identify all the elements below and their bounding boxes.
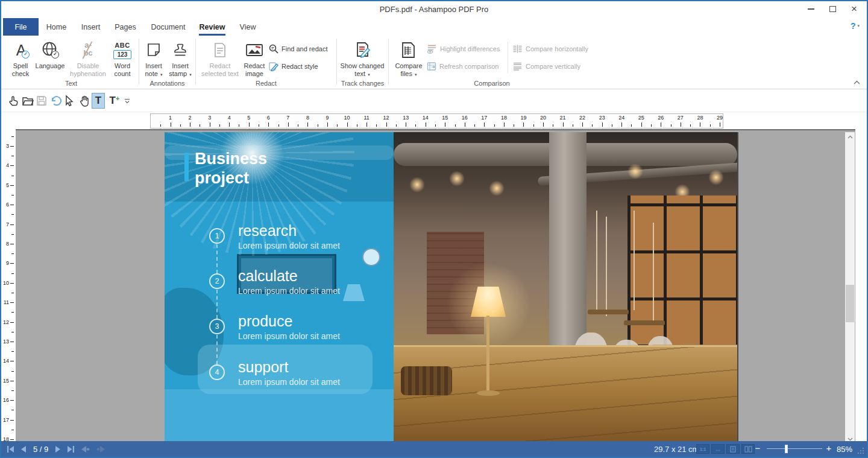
- ruler-tick: [10, 361, 14, 361]
- vertical-ruler: 3456789101112131415161718: [1, 129, 16, 444]
- ruler-tick: [435, 124, 436, 127]
- ruler-number: 23: [596, 115, 608, 121]
- tab-insert[interactable]: Insert: [74, 18, 108, 36]
- ruler-tick: [533, 124, 534, 127]
- ruler-tick: [406, 122, 406, 127]
- fit-width-button[interactable]: ↔: [711, 444, 725, 454]
- close-button[interactable]: ×: [844, 1, 864, 17]
- highlight-differences-icon: [427, 44, 437, 54]
- scroll-up-button[interactable]: [845, 132, 855, 141]
- collapse-ribbon-button[interactable]: [851, 78, 862, 86]
- title-bar: PDFs.pdf - Ashampoo PDF Pro ×: [1, 1, 867, 18]
- text-tool-icon: T: [95, 95, 101, 107]
- swing-rope: [606, 217, 607, 316]
- ruler-tick: [10, 322, 14, 323]
- previous-page-button[interactable]: [20, 445, 27, 453]
- vertical-scrollbar[interactable]: [845, 132, 855, 444]
- zoom-slider-track[interactable]: [767, 448, 822, 449]
- save-file-button: [34, 93, 49, 109]
- facing-pages-view-button[interactable]: [741, 444, 755, 454]
- open-file-button[interactable]: [20, 93, 35, 109]
- select-tool-button[interactable]: [62, 93, 77, 109]
- overflow-icon: [124, 98, 130, 104]
- ruler-tick: [171, 122, 171, 127]
- scrollbar-thumb[interactable]: [846, 285, 854, 322]
- minimize-button[interactable]: [800, 1, 821, 17]
- globe-icon: ✓: [41, 41, 59, 59]
- ruler-tick: [298, 124, 298, 127]
- ruler-tick: [10, 420, 14, 421]
- touch-mode-button[interactable]: [6, 93, 20, 109]
- ruler-number: 12: [380, 115, 392, 121]
- next-page-button[interactable]: [55, 445, 61, 453]
- ruler-tick: [160, 124, 161, 127]
- actual-size-button[interactable]: 1:1: [696, 444, 709, 454]
- show-changed-text-button[interactable]: Show changed text ▾: [340, 38, 385, 79]
- ruler-tick: [10, 381, 14, 381]
- tab-document[interactable]: Document: [143, 18, 193, 36]
- ruler-tick: [10, 146, 14, 147]
- single-page-view-button[interactable]: [726, 444, 740, 454]
- text-tool-button[interactable]: T: [92, 93, 105, 109]
- tab-file[interactable]: File: [3, 18, 39, 36]
- toolbar-overflow-button[interactable]: [122, 93, 133, 109]
- tab-pages[interactable]: Pages: [108, 18, 143, 36]
- document-page[interactable]: Business project 1 research Lorem ipsum …: [165, 132, 737, 444]
- ruler-tick: [229, 122, 230, 127]
- ruler-tick: [200, 124, 200, 127]
- pan-tool-button[interactable]: [77, 93, 92, 109]
- ruler-tick: [10, 205, 14, 205]
- help-button[interactable]: ? ▾: [851, 21, 860, 31]
- zoom-in-button[interactable]: +: [825, 443, 833, 453]
- redact-style-button[interactable]: Redact style: [269, 60, 318, 73]
- help-icon: ?: [851, 21, 856, 31]
- document-canvas[interactable]: Business project 1 research Lorem ipsum …: [16, 129, 855, 444]
- ruler-tick: [11, 390, 14, 391]
- resize-grip[interactable]: [857, 447, 864, 454]
- refresh-comparison-button: Refresh comparison: [427, 60, 498, 73]
- add-text-icon: T+: [110, 95, 120, 107]
- tab-home[interactable]: Home: [39, 18, 74, 36]
- light-glow: [627, 164, 643, 179]
- folder-open-icon: [22, 95, 34, 107]
- zoom-out-button[interactable]: −: [753, 443, 762, 453]
- ruler-number: 25: [635, 115, 647, 121]
- ruler-tick: [11, 156, 14, 156]
- redact-image-button[interactable]: Redact image: [242, 38, 266, 79]
- ruler-number: 28: [694, 115, 706, 121]
- ruler-number: 17: [478, 115, 490, 121]
- ruler-tick: [11, 351, 14, 352]
- insert-note-button[interactable]: Insert note ▾: [142, 38, 165, 79]
- find-and-redact-button[interactable]: Find and redact: [269, 42, 327, 56]
- word-count-button[interactable]: ABC 123 Word count: [110, 38, 134, 79]
- group-separator: [195, 39, 196, 85]
- ruler-tick: [396, 124, 397, 127]
- ruler-tick: [612, 124, 612, 127]
- ruler-tick: [268, 122, 269, 127]
- page-size-label: 29.7 x 21 cm: [654, 445, 699, 454]
- language-button[interactable]: ✓ Language: [34, 38, 66, 79]
- maximize-button[interactable]: [822, 1, 843, 17]
- ruler-tick: [10, 302, 14, 303]
- compare-files-button[interactable]: Compare files ▾: [392, 38, 426, 79]
- zoom-slider-handle[interactable]: [785, 445, 788, 453]
- facing-pages-icon: [744, 446, 752, 453]
- ruler-tick: [514, 124, 514, 127]
- last-page-button[interactable]: [67, 445, 75, 453]
- tab-review[interactable]: Review: [193, 18, 231, 36]
- first-page-button[interactable]: [6, 445, 14, 453]
- tinted-table: [165, 389, 394, 444]
- ruler-number: 2: [184, 115, 196, 121]
- ruler-tick: [11, 273, 14, 274]
- ruler-tick: [445, 122, 445, 127]
- group-separator: [336, 39, 337, 85]
- insert-stamp-button[interactable]: Insert stamp ▾: [166, 38, 194, 79]
- redact-text-icon: [213, 42, 227, 58]
- tab-view[interactable]: View: [231, 18, 265, 36]
- ruler-tick: [180, 124, 181, 127]
- ruler-number: 13: [1, 339, 9, 345]
- undo-button[interactable]: [48, 93, 63, 109]
- spell-check-button[interactable]: A ✓ Spell check: [7, 38, 34, 79]
- add-text-button[interactable]: T+: [107, 93, 122, 109]
- group-label-text: Text: [4, 80, 139, 87]
